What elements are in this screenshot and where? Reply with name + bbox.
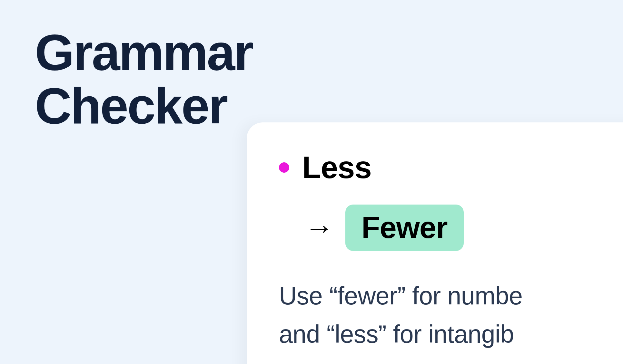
suggested-word-button[interactable]: Fewer [345,205,464,251]
suggestion-header: Less [279,150,623,185]
arrow-right-icon: → [305,213,334,242]
app-title-line1: Grammar [35,26,252,79]
suggestion-card: Less → Fewer Use “fewer” for numbe and “… [247,122,623,364]
explanation-text: Use “fewer” for numbe and “less” for int… [279,277,623,354]
app-title-line2: Checker [35,79,252,133]
app-title: Grammar Checker [35,26,252,133]
explanation-line2: and “less” for intangib [279,315,623,353]
suggestion-row: → Fewer [305,205,623,251]
dot-icon [279,162,289,173]
explanation-line1: Use “fewer” for numbe [279,277,623,315]
original-word: Less [302,150,371,185]
